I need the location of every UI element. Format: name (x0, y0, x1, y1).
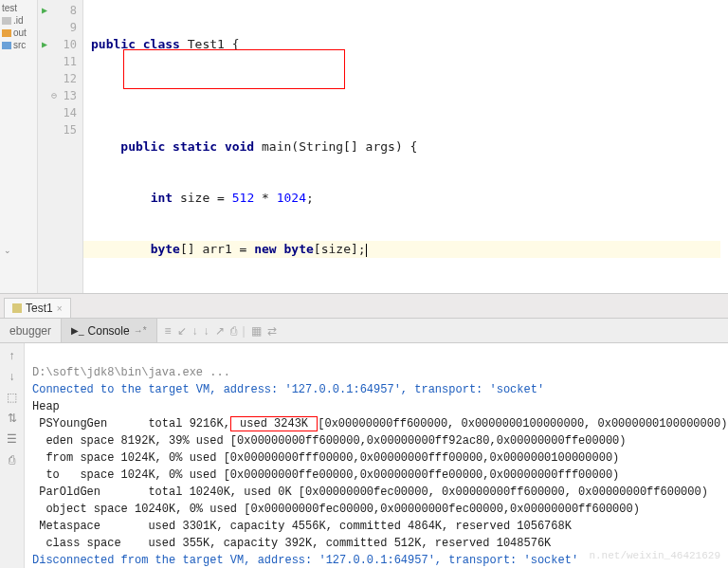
console-output[interactable]: D:\soft\jdk8\bin\java.exe ... Connected … (25, 343, 728, 568)
number: 1024 (277, 191, 306, 205)
debug-tab-label: Test1 (26, 302, 53, 315)
keyword: int (151, 191, 173, 205)
console-line: ParOldGen total 10240K, used 0K [0x00000… (32, 486, 708, 499)
console-action-icon[interactable]: ⬚ (7, 391, 17, 404)
sidebar-folder-idea[interactable]: .id (2, 14, 35, 27)
code-text: * (254, 191, 276, 205)
caret (366, 244, 367, 257)
console-line: PSYoungGen total 9216K, (32, 417, 230, 431)
code-text: [size]; (314, 242, 366, 256)
project-sidebar[interactable]: test .id out src ⌄ (0, 0, 38, 293)
keyword: public static void (120, 139, 254, 154)
sidebar-chevron[interactable]: ⌄ (4, 245, 11, 255)
run-line-icon[interactable]: ▶ (42, 36, 47, 53)
console-line: Disconnected from the target VM, address… (32, 554, 578, 567)
keyword: public class (91, 37, 180, 51)
code-editor[interactable]: public class Test1 { public static void … (83, 0, 728, 293)
debugger-tab-label: ebugger (9, 324, 51, 338)
line-number: 12 (64, 72, 77, 85)
console-line: eden space 8192K, 39% used [0x00000000ff… (32, 434, 627, 448)
highlighted-text: used 3243K (230, 416, 318, 431)
console-line: Heap (32, 400, 60, 413)
folder-icon (2, 29, 11, 37)
line-number: 15 (64, 123, 77, 137)
code-text: main(String[] args) { (254, 139, 417, 154)
sidebar-folder-src[interactable]: src (2, 39, 35, 51)
sidebar-label: out (13, 27, 27, 38)
run-line-icon[interactable]: ▶ (42, 2, 47, 19)
watermark: n.net/weixin_46421629 (589, 547, 720, 564)
console-action-icon[interactable]: ↑ (9, 349, 15, 362)
debug-tab-bar: Test1 × (0, 294, 728, 319)
close-icon[interactable]: × (57, 303, 63, 314)
project-root-label: test (2, 3, 17, 13)
project-root[interactable]: test (2, 2, 35, 14)
line-number: 14 (64, 106, 77, 119)
line-number: 13 (64, 89, 77, 102)
folder-icon (2, 17, 11, 25)
console-line: [0x00000000ff600000, 0x0000000100000000,… (318, 417, 727, 431)
debugger-tab[interactable]: ebugger (0, 319, 62, 342)
line-number: 10 (64, 38, 77, 51)
line-number: 8 (70, 4, 77, 17)
chevron-down-icon: ⌄ (4, 246, 11, 255)
keyword: new byte (254, 242, 314, 256)
sidebar-label: src (13, 40, 26, 50)
console-line: to space 1024K, 0% used [0x00000000ffe00… (32, 468, 619, 482)
console-line: class space used 355K, capacity 392K, co… (32, 537, 551, 550)
console-action-icon[interactable]: ⇅ (8, 412, 17, 425)
console-line: Connected to the target VM, address: '12… (32, 383, 544, 396)
line-number: 9 (70, 21, 77, 34)
code-text: ; (306, 191, 314, 205)
sidebar-label: .id (13, 15, 24, 26)
console-line: from space 1024K, 0% used [0x00000000fff… (32, 451, 619, 465)
sidebar-folder-out[interactable]: out (2, 27, 35, 39)
highlight-box (123, 49, 345, 89)
code-text: Test1 { (180, 37, 240, 51)
console-icon: ▶_ (71, 325, 84, 336)
console-action-icon[interactable]: ☰ (7, 432, 17, 446)
code-text: [] arr1 = (180, 242, 254, 256)
keyword: byte (151, 242, 180, 256)
tab-icon (12, 303, 22, 313)
console-line: D:\soft\jdk8\bin\java.exe ... (32, 366, 230, 379)
debug-tab[interactable]: Test1 × (4, 298, 71, 318)
console-gutter: ↑ ↓ ⬚ ⇅ ☰ ⎙ (0, 343, 25, 568)
code-text: size = (173, 191, 232, 205)
console-line: Metaspace used 3301K, capacity 4556K, co… (32, 520, 572, 533)
console-line: object space 10240K, 0% used [0x00000000… (32, 503, 640, 516)
console-action-icon[interactable]: ⎙ (9, 453, 15, 467)
folder-icon (2, 42, 11, 49)
number: 512 (232, 191, 254, 205)
line-gutter[interactable]: ▶8 9 ▶10 11 12 ⊖13 14 15 (38, 0, 83, 293)
console-action-icon[interactable]: ↓ (9, 370, 15, 383)
line-number: 11 (64, 55, 77, 68)
fold-icon[interactable]: ⊖ (51, 87, 57, 104)
